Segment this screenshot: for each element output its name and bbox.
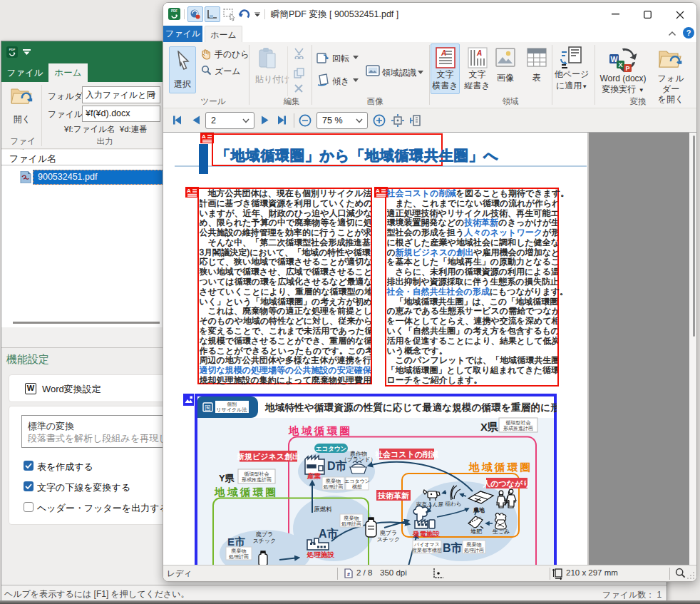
svg-text:B市: B市: [443, 541, 463, 554]
svg-text:廃棄物: 廃棄物: [325, 478, 341, 484]
svg-text:P: P: [625, 65, 629, 72]
svg-text:処理計画: 処理計画: [324, 484, 344, 490]
svg-text:処理計画: 処理計画: [464, 548, 484, 553]
svg-text:新規ビジネス創出: 新規ビジネス創出: [236, 452, 300, 461]
svg-text:発電施設: 発電施設: [412, 530, 441, 538]
svg-text:廃プラ: 廃プラ: [256, 531, 273, 538]
svg-text:処理施設: 処理施設: [307, 551, 335, 558]
svg-text:A: A: [202, 133, 206, 140]
svg-text:廃棄物: 廃棄物: [344, 515, 359, 521]
svg-text:循環型社会: 循環型社会: [245, 471, 269, 477]
svg-text:A: A: [376, 188, 380, 194]
svg-text:地域循環圏: 地域循環圏: [468, 461, 533, 473]
svg-text:E市: E市: [227, 536, 245, 548]
svg-text:廃プラ: 廃プラ: [380, 530, 397, 536]
svg-text:循環型社会: 循環型社会: [506, 420, 531, 426]
svg-text:処理計画: 処理計画: [341, 521, 361, 527]
svg-text:生ごみ: 生ごみ: [493, 528, 510, 535]
svg-text:#: #: [347, 572, 350, 577]
svg-text:Y県: Y県: [219, 473, 235, 483]
svg-text:社会コストの削減: 社会コストの削減: [374, 450, 438, 459]
svg-text:国: 国: [205, 404, 211, 411]
svg-text:稲わら: 稲わら: [446, 501, 462, 507]
svg-text:農地: 農地: [473, 507, 485, 513]
svg-text:バイオマス: バイオマス: [413, 542, 440, 548]
svg-text:形成推進計画: 形成推進計画: [503, 426, 533, 431]
svg-text:個別: 個別: [227, 401, 237, 407]
svg-text:エコタウン: エコタウン: [344, 478, 370, 484]
svg-text:A: A: [476, 49, 482, 57]
svg-text:X県: X県: [480, 421, 498, 433]
svg-text:原燃料: 原燃料: [314, 506, 332, 513]
svg-text:PDF: PDF: [9, 48, 16, 51]
svg-text:技術革新: 技術革新: [377, 491, 409, 500]
svg-text:廃棄物: 廃棄物: [231, 548, 247, 554]
svg-text:A市: A市: [319, 527, 339, 540]
svg-text:構想: 構想: [352, 484, 362, 489]
svg-text:堆肥: 堆肥: [470, 528, 483, 535]
svg-text:A: A: [187, 188, 191, 194]
svg-text:スチック: スチック: [253, 538, 277, 544]
svg-text:X: X: [618, 61, 622, 68]
svg-text:地域循環圏: 地域循環圏: [288, 425, 353, 436]
svg-text:地域特性や循環資源の性質に応じて最適な規模の循環を重層的に形: 地域特性や循環資源の性質に応じて最適な規模の循環を重層的に形成: [264, 401, 557, 414]
svg-text:エコタウン: エコタウン: [316, 445, 347, 452]
svg-text:産業: 産業: [307, 472, 321, 480]
svg-text:スチック: スチック: [377, 536, 401, 543]
svg-text:A: A: [441, 49, 446, 57]
svg-text:地域循環圏: 地域循環圏: [214, 486, 279, 498]
svg-text:処理計画: 処理計画: [229, 554, 249, 560]
svg-text:人のつながり: 人のつながり: [482, 479, 530, 488]
svg-text:産業都市構想: 産業都市構想: [412, 547, 442, 553]
svg-text:廃棄物: 廃棄物: [466, 541, 482, 548]
svg-text:形成推進計画: 形成推進計画: [242, 477, 272, 483]
svg-text:PDF: PDF: [171, 9, 177, 13]
svg-text:リサイクル法: リサイクル法: [217, 407, 247, 413]
